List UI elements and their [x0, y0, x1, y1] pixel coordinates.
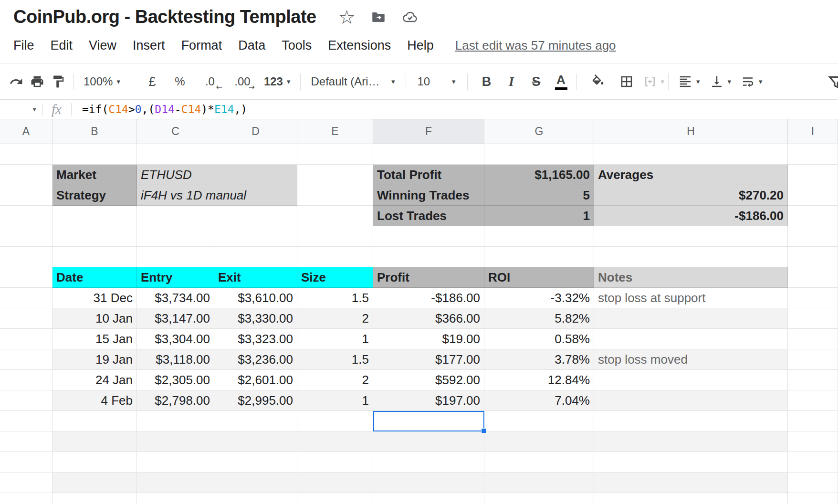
menu-item-insert[interactable]: Insert [125, 34, 173, 56]
cell-G4[interactable]: 1 [484, 206, 594, 226]
cell-F10[interactable]: $19.00 [373, 329, 484, 349]
cell-C11[interactable]: $3,118.00 [137, 349, 214, 370]
cell-H11[interactable]: stop loss moved [594, 349, 788, 370]
cell-G1[interactable] [484, 144, 594, 165]
cell-A10[interactable] [0, 329, 52, 349]
cell-I17[interactable] [788, 472, 838, 493]
cell-I1[interactable] [788, 144, 838, 165]
cell-D4[interactable] [214, 206, 297, 226]
cell-H2[interactable]: Averages [594, 165, 788, 185]
cell-F7[interactable]: Profit [373, 267, 484, 288]
cell-I2[interactable] [788, 165, 838, 185]
cell-H12[interactable] [594, 370, 788, 390]
cell-H9[interactable] [594, 308, 788, 329]
cell-F2[interactable]: Total Profit [373, 165, 484, 185]
zoom-select[interactable]: 100%▾ [79, 70, 125, 93]
cell-H8[interactable]: stop loss at support [594, 288, 788, 308]
horizontal-align-button[interactable]: ▾ [673, 70, 705, 93]
cell-H14[interactable] [594, 411, 788, 431]
cell-I16[interactable] [788, 452, 838, 472]
cell-I13[interactable] [788, 390, 838, 411]
cell-F15[interactable] [373, 431, 484, 452]
cell-C4[interactable] [137, 206, 214, 226]
cell-G16[interactable] [484, 452, 594, 472]
cell-E11[interactable]: 1.5 [297, 349, 373, 370]
menu-item-edit[interactable]: Edit [42, 34, 81, 56]
cell-A9[interactable] [0, 308, 52, 329]
cell-E18[interactable] [297, 493, 373, 504]
column-header-H[interactable]: H [594, 119, 788, 144]
cell-A15[interactable] [0, 431, 52, 452]
cell-G11[interactable]: 3.78% [484, 349, 594, 370]
cell-E9[interactable]: 2 [297, 308, 373, 329]
cell-H10[interactable] [594, 329, 788, 349]
cell-C18[interactable] [137, 493, 214, 504]
font-size-select[interactable]: 10▾ [411, 70, 462, 93]
cell-B17[interactable] [52, 472, 137, 493]
column-header-D[interactable]: D [214, 119, 297, 144]
cell-C6[interactable] [137, 247, 214, 267]
cell-G17[interactable] [484, 472, 594, 493]
cell-F5[interactable] [373, 226, 484, 247]
cell-C10[interactable]: $3,304.00 [137, 329, 214, 349]
cell-E4[interactable] [297, 206, 373, 226]
cell-G15[interactable] [484, 431, 594, 452]
cell-A8[interactable] [0, 288, 52, 308]
italic-button[interactable]: I [501, 70, 522, 93]
cell-B18[interactable] [52, 493, 137, 504]
cell-E2[interactable] [297, 165, 373, 185]
cell-I9[interactable] [788, 308, 838, 329]
menu-item-format[interactable]: Format [173, 34, 230, 56]
cell-F4[interactable]: Lost Trades [373, 206, 484, 226]
document-title[interactable]: CoinPub.org - Backtesting Template [13, 7, 316, 27]
cell-H1[interactable] [594, 144, 788, 165]
cell-G12[interactable]: 12.84% [484, 370, 594, 390]
format-currency-button[interactable]: £ [142, 70, 163, 93]
cell-D13[interactable]: $2,995.00 [214, 390, 297, 411]
cell-D18[interactable] [214, 493, 297, 504]
cell-B3[interactable]: Strategy [52, 185, 137, 206]
paint-format-button[interactable] [48, 70, 69, 93]
cell-B4[interactable] [52, 206, 137, 226]
cell-A6[interactable] [0, 247, 52, 267]
cell-D11[interactable]: $3,236.00 [214, 349, 297, 370]
cell-B10[interactable]: 15 Jan [52, 329, 137, 349]
cell-C8[interactable]: $3,734.00 [137, 288, 214, 308]
cell-H4[interactable]: -$186.00 [594, 206, 788, 226]
cell-I7[interactable] [788, 267, 838, 288]
cell-A11[interactable] [0, 349, 52, 370]
text-wrap-button[interactable]: ▾ [736, 70, 767, 93]
cell-E5[interactable] [297, 226, 373, 247]
cell-C7[interactable]: Entry [137, 267, 214, 288]
cell-C15[interactable] [137, 431, 214, 452]
cell-C17[interactable] [137, 472, 214, 493]
vertical-align-button[interactable]: ▾ [705, 70, 736, 93]
cell-C9[interactable]: $3,147.00 [137, 308, 214, 329]
cell-G2[interactable]: $1,165.00 [484, 165, 594, 185]
cell-A7[interactable] [0, 267, 52, 288]
cell-B14[interactable] [52, 411, 137, 431]
cell-I8[interactable] [788, 288, 838, 308]
cloud-saved-button[interactable] [400, 8, 419, 27]
print-button[interactable] [27, 70, 48, 93]
menu-item-file[interactable]: File [5, 34, 42, 56]
cell-I14[interactable] [788, 411, 838, 431]
cell-G14[interactable] [484, 411, 594, 431]
cell-A12[interactable] [0, 370, 52, 390]
cell-D17[interactable] [214, 472, 297, 493]
cell-F13[interactable]: $197.00 [373, 390, 484, 411]
cell-H3[interactable]: $270.20 [594, 185, 788, 206]
cell-D6[interactable] [214, 247, 297, 267]
cell-D5[interactable] [214, 226, 297, 247]
cell-A13[interactable] [0, 390, 52, 411]
cell-G10[interactable]: 0.58% [484, 329, 594, 349]
cell-E8[interactable]: 1.5 [297, 288, 373, 308]
cell-F3[interactable]: Winning Trades [373, 185, 484, 206]
cell-I4[interactable] [788, 206, 838, 226]
cell-A2[interactable] [0, 165, 52, 185]
cell-B8[interactable]: 31 Dec [52, 288, 137, 308]
cell-D8[interactable]: $3,610.00 [214, 288, 297, 308]
column-header-G[interactable]: G [484, 119, 594, 144]
cell-E12[interactable]: 2 [297, 370, 373, 390]
cell-F6[interactable] [373, 247, 484, 267]
